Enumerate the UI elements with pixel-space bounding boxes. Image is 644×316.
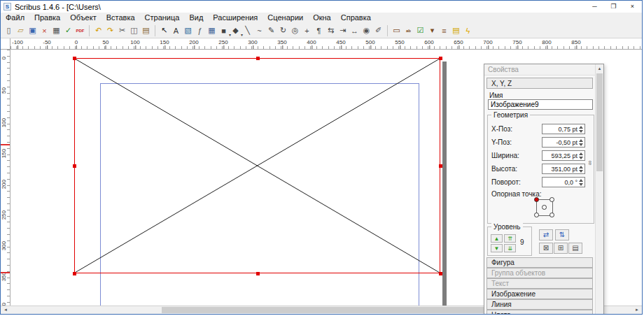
palette-scrollbar[interactable]: ▲ ▼ bbox=[595, 64, 603, 315]
print-document-button[interactable]: ▦ bbox=[50, 24, 62, 37]
cut-button[interactable]: ✂ bbox=[116, 24, 128, 37]
selection-handle[interactable] bbox=[73, 57, 76, 60]
zoom-button[interactable]: ◎ bbox=[289, 24, 301, 37]
name-input[interactable] bbox=[488, 99, 593, 110]
lock-button[interactable]: ⊠ bbox=[539, 243, 553, 254]
copy-button[interactable]: ◫ bbox=[128, 24, 140, 37]
selection-handle[interactable] bbox=[73, 164, 76, 168]
palette-scrollbar-thumb[interactable] bbox=[596, 73, 603, 171]
menu-item[interactable]: Объект bbox=[65, 13, 101, 23]
section-colors[interactable]: Цвета bbox=[486, 310, 593, 315]
basepoint-dot[interactable] bbox=[534, 197, 539, 202]
menu-item[interactable]: Страница bbox=[140, 13, 185, 23]
edit-contents-button[interactable]: + bbox=[301, 24, 313, 37]
pdf-list-box-tool[interactable]: ≡ bbox=[438, 24, 450, 37]
paste-button[interactable]: ▤ bbox=[140, 24, 152, 37]
selection-handle[interactable] bbox=[73, 272, 76, 275]
width-spin-down-button[interactable] bbox=[579, 157, 583, 159]
select-item-button[interactable]: ↖ bbox=[158, 24, 170, 37]
x-pos-spin-up-button[interactable] bbox=[579, 126, 583, 129]
redo-button[interactable]: ↷ bbox=[104, 24, 116, 37]
minimize-button[interactable]: ─ bbox=[585, 1, 604, 13]
undo-button[interactable]: ↶ bbox=[92, 24, 104, 37]
selection-handle[interactable] bbox=[439, 57, 442, 60]
image-frame[interactable] bbox=[74, 58, 440, 273]
horizontal-scrollbar-thumb[interactable] bbox=[162, 307, 491, 313]
rotate-item-button[interactable]: ↻ bbox=[277, 24, 289, 37]
level-to-top-button[interactable]: ⇈ bbox=[504, 234, 516, 243]
insert-image-frame-button[interactable]: ▧ bbox=[182, 24, 194, 37]
menu-item[interactable]: Расширения bbox=[208, 13, 262, 23]
eye-dropper-button[interactable]: ✐ bbox=[372, 24, 384, 37]
save-document-button[interactable]: ▣ bbox=[27, 24, 38, 37]
copy-item-properties-button[interactable]: ◉ bbox=[360, 24, 372, 37]
pdf-checkbox-tool[interactable]: ☑ bbox=[414, 24, 426, 37]
restore-button[interactable]: ❐ bbox=[604, 1, 623, 13]
basepoint-dot[interactable] bbox=[550, 197, 554, 202]
insert-polygon-button[interactable]: ◆▾ bbox=[230, 24, 241, 37]
y-pos-spinbox[interactable]: -0,50 pt bbox=[542, 137, 585, 148]
insert-line-button[interactable]: ╲ bbox=[241, 24, 253, 37]
menu-item[interactable]: Правка bbox=[29, 13, 65, 23]
lock-size-button[interactable]: ⊞ bbox=[554, 243, 568, 254]
preflight-verifier-button[interactable]: ✓ bbox=[62, 24, 74, 37]
rotation-spin-down-button[interactable] bbox=[579, 183, 583, 186]
horizontal-ruler[interactable]: -100-50050100150200250300350400450500550… bbox=[10, 38, 642, 50]
flip-vertical-button[interactable]: ⇅ bbox=[555, 229, 569, 240]
height-spinbox[interactable]: 351,00 pt bbox=[542, 164, 585, 174]
insert-shape-button[interactable]: ■▾ bbox=[218, 24, 230, 37]
width-spinbox[interactable]: 593,25 pt bbox=[542, 150, 585, 161]
open-document-button[interactable]: ▱ bbox=[15, 24, 27, 37]
menu-item[interactable]: Файл bbox=[1, 13, 29, 23]
pdf-push-button-tool[interactable]: ▭ bbox=[391, 24, 402, 37]
section-line[interactable]: Линия bbox=[486, 299, 593, 310]
level-to-bottom-button[interactable]: ⇊ bbox=[504, 244, 516, 252]
x-pos-spinbox[interactable]: 0,75 pt bbox=[542, 124, 585, 134]
selection-handle[interactable] bbox=[439, 272, 442, 275]
tab-xyz[interactable]: X, Y, Z bbox=[486, 78, 593, 89]
palette-title[interactable]: Свойства bbox=[484, 64, 595, 76]
menu-item[interactable]: Сценарии bbox=[262, 13, 308, 23]
rotation-spinbox[interactable]: 0,0 ° bbox=[542, 177, 585, 187]
link-text-frames-button[interactable]: ⇆ bbox=[325, 24, 337, 37]
insert-freehand-button[interactable]: ✎ bbox=[265, 24, 277, 37]
unlink-text-frames-button[interactable]: ⇥ bbox=[337, 24, 349, 37]
menu-item[interactable]: Окна bbox=[308, 13, 336, 23]
insert-text-frame-button[interactable]: A bbox=[170, 24, 182, 37]
new-document-button[interactable]: ▯ bbox=[3, 24, 15, 37]
menu-item[interactable]: Справка bbox=[336, 13, 376, 23]
scroll-right-button[interactable]: ► bbox=[632, 306, 642, 314]
close-button[interactable]: × bbox=[623, 1, 642, 13]
y-pos-spin-up-button[interactable] bbox=[579, 139, 583, 142]
section-text[interactable]: Текст bbox=[486, 278, 593, 289]
close-document-button[interactable]: × bbox=[38, 24, 50, 37]
pdf-link-tool[interactable]: ϟ bbox=[462, 24, 474, 37]
enable-printing-button[interactable]: ▤ bbox=[568, 243, 582, 254]
story-editor-button[interactable]: ¶ bbox=[313, 24, 325, 37]
pdf-text-annotation-tool[interactable]: ▤ bbox=[450, 24, 462, 37]
scroll-left-button[interactable]: ◄ bbox=[1, 306, 10, 314]
height-spin-up-button[interactable] bbox=[579, 166, 583, 168]
menu-item[interactable]: Вид bbox=[184, 13, 208, 23]
level-down-button[interactable]: ▼ bbox=[491, 244, 503, 252]
section-shape[interactable]: Фигура bbox=[486, 257, 593, 268]
export-pdf-button[interactable]: PDF bbox=[74, 24, 86, 37]
basepoint-dot[interactable] bbox=[534, 213, 539, 217]
vertical-ruler[interactable]: 050100150200250300350400 bbox=[1, 50, 10, 306]
pdf-text-field-tool[interactable]: ab bbox=[402, 24, 414, 37]
basepoint-dot[interactable] bbox=[542, 205, 547, 210]
pdf-combo-box-tool[interactable]: ▾ bbox=[426, 24, 438, 37]
level-up-button[interactable]: ▲ bbox=[491, 234, 503, 243]
selection-handle[interactable] bbox=[256, 272, 260, 275]
section-group[interactable]: Группа объектов bbox=[486, 268, 593, 278]
x-pos-spin-down-button[interactable] bbox=[579, 130, 583, 133]
ruler-origin-box[interactable] bbox=[1, 38, 10, 50]
measurements-button[interactable]: ↔ bbox=[349, 24, 360, 37]
basepoint-selector[interactable] bbox=[534, 197, 555, 218]
width-spin-up-button[interactable] bbox=[579, 152, 583, 155]
basepoint-dot[interactable] bbox=[550, 213, 554, 217]
height-spin-down-button[interactable] bbox=[579, 170, 583, 173]
insert-render-frame-button[interactable]: ƒ bbox=[194, 24, 206, 37]
selection-handle[interactable] bbox=[439, 164, 442, 168]
rotation-spin-up-button[interactable] bbox=[579, 179, 583, 182]
